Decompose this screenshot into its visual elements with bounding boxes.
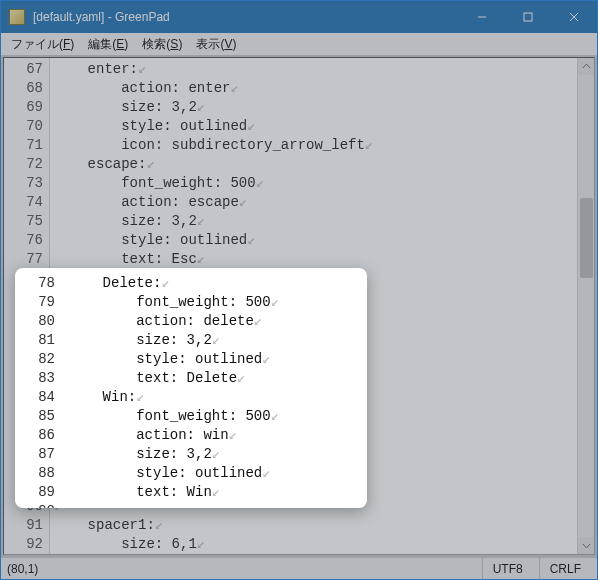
editor[interactable]: 67 68 69 70 71 72 73 74 75 76 77 78 79 8… — [3, 57, 595, 555]
scroll-up-button[interactable] — [578, 58, 595, 75]
vertical-scrollbar[interactable] — [577, 58, 594, 554]
menu-file-label: ファイル — [11, 37, 59, 51]
menu-view-accel: V — [224, 37, 232, 51]
scrollbar-thumb[interactable] — [580, 198, 593, 278]
svg-rect-0 — [524, 13, 532, 21]
statusbar: (80,1) UTF8 CRLF — [1, 557, 597, 579]
menu-edit[interactable]: 編集(E) — [82, 34, 134, 55]
menu-edit-accel: E — [116, 37, 124, 51]
menu-search-label: 検索 — [142, 37, 166, 51]
close-icon — [569, 12, 579, 22]
window-controls — [459, 1, 597, 33]
cursor-position: (80,1) — [7, 562, 38, 576]
encoding-indicator[interactable]: UTF8 — [482, 558, 533, 579]
menu-search-accel: S — [170, 37, 178, 51]
line-number-gutter: 67 68 69 70 71 72 73 74 75 76 77 78 79 8… — [4, 58, 50, 554]
menu-file-accel: F — [63, 37, 70, 51]
code-area[interactable]: enter:↙ action: enter↙ size: 3,2↙ style:… — [50, 58, 577, 554]
titlebar: [default.yaml] - GreenPad — [1, 1, 597, 33]
app-icon — [9, 9, 25, 25]
minimize-button[interactable] — [459, 1, 505, 33]
menu-edit-label: 編集 — [88, 37, 112, 51]
menu-view[interactable]: 表示(V) — [190, 34, 242, 55]
app-window: [default.yaml] - GreenPad ファイル(F) 編集(E) … — [0, 0, 598, 580]
menu-file[interactable]: ファイル(F) — [5, 34, 80, 55]
window-title: [default.yaml] - GreenPad — [33, 10, 459, 24]
maximize-button[interactable] — [505, 1, 551, 33]
chevron-up-icon — [582, 62, 591, 71]
chevron-down-icon — [582, 541, 591, 550]
menu-view-label: 表示 — [196, 37, 220, 51]
menubar: ファイル(F) 編集(E) 検索(S) 表示(V) — [1, 33, 597, 55]
scroll-down-button[interactable] — [578, 537, 595, 554]
menu-search[interactable]: 検索(S) — [136, 34, 188, 55]
minimize-icon — [477, 12, 487, 22]
close-button[interactable] — [551, 1, 597, 33]
maximize-icon — [523, 12, 533, 22]
lineending-indicator[interactable]: CRLF — [539, 558, 591, 579]
